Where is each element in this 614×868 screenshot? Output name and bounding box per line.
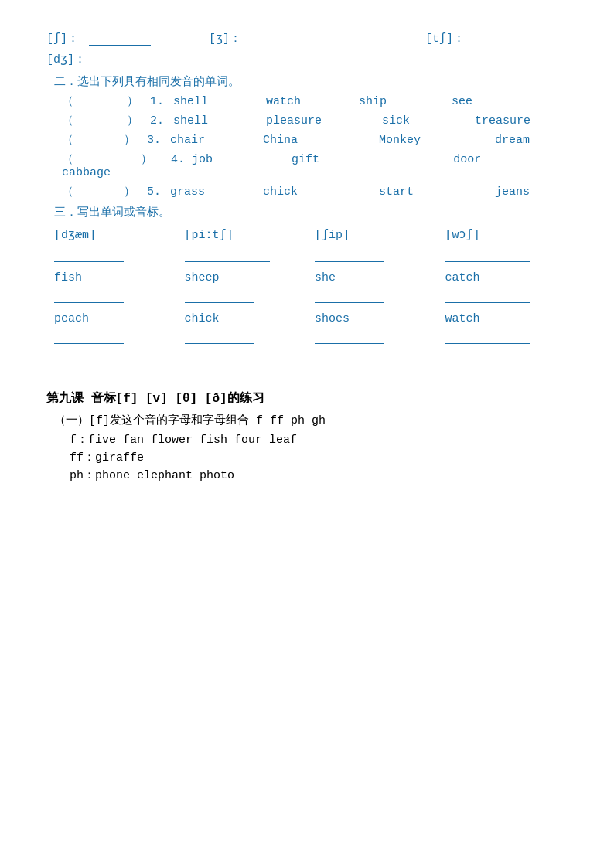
word-peach: peach [54, 309, 185, 328]
lesson9-line-1: ff：giraffe [46, 450, 575, 465]
lesson9-title: 第九课 音标[f] [v] [θ] [ð]的练习 [46, 390, 575, 407]
phonetic-grid-item-0: [dʒæm] [54, 224, 185, 245]
answer-line-1d [445, 250, 530, 262]
phonetics-row1: [ʃ]： [ʒ]： [tʃ]： [46, 31, 575, 46]
blank-sh [89, 33, 151, 46]
phonetic-item-zh: [ʒ]： [209, 31, 425, 46]
exercise-row-1: （ ） 1. shell watch ship see [46, 94, 575, 108]
exercise-row-3: （ ） 3. chair China Monkey dream [46, 132, 575, 147]
word-fish: fish [54, 268, 185, 288]
lesson9-section: 第九课 音标[f] [v] [θ] [ð]的练习 （一）[f]发这个音的字母和字… [46, 390, 575, 482]
word-catch: catch [445, 268, 576, 288]
answer-line-row-3 [54, 330, 575, 344]
blank-dzh [96, 54, 142, 66]
words-row-2: peach chick shoes watch [54, 309, 575, 328]
section3-title: 三．写出单词或音标。 [54, 205, 575, 220]
exercise-row-4: （ ） 4. job gift door cabbage [46, 151, 575, 179]
word-shoes: shoes [315, 309, 445, 328]
phonetic-grid-item-1: [piːtʃ] [185, 224, 316, 245]
phonetic-item-tch: [tʃ]： [425, 31, 465, 46]
phonetic-grid-item-2: [ʃip] [315, 224, 445, 245]
lesson9-line-2: ph：phone elephant photo [46, 468, 575, 482]
word-sheep: sheep [185, 268, 316, 288]
answer-line-2c [315, 291, 384, 303]
answer-line-3b [185, 332, 254, 344]
word-watch: watch [445, 309, 576, 328]
answer-line-3d [445, 332, 530, 344]
phonetics-row2: [dʒ]： [46, 52, 575, 66]
answer-line-1b [185, 250, 270, 262]
phonetic-item-sh: [ʃ]： [46, 31, 209, 46]
answer-line-2d [445, 291, 530, 303]
phonetic-item-dzh: [dʒ]： [46, 52, 142, 66]
exercise-row-5: （ ） 5. grass chick start jeans [46, 184, 575, 199]
answer-line-2a [54, 291, 124, 303]
answer-line-row-2 [54, 289, 575, 303]
word-chick: chick [185, 309, 316, 328]
lesson9-subtitle: （一）[f]发这个音的字母和字母组合 f ff ph gh [46, 413, 575, 427]
answer-line-row-1 [54, 248, 575, 262]
answer-line-3c [315, 332, 384, 344]
words-row-1: fish sheep she catch [54, 268, 575, 288]
word-she: she [315, 268, 445, 288]
answer-line-1c [315, 250, 384, 262]
answer-line-3a [54, 332, 124, 344]
exercise-row-2: （ ） 2. shell pleasure sick treasure [46, 113, 575, 128]
answer-line-1a [54, 250, 124, 262]
phonetic-grid-item-3: [wɔʃ] [445, 224, 576, 245]
phonetics-grid: [dʒæm] [piːtʃ] [ʃip] [wɔʃ] [54, 224, 575, 245]
lesson9-line-0: f：five fan flower fish four leaf [46, 432, 575, 447]
answer-line-2b [185, 291, 254, 303]
section2-title: 二．选出下列具有相同发音的单词。 [54, 74, 575, 89]
